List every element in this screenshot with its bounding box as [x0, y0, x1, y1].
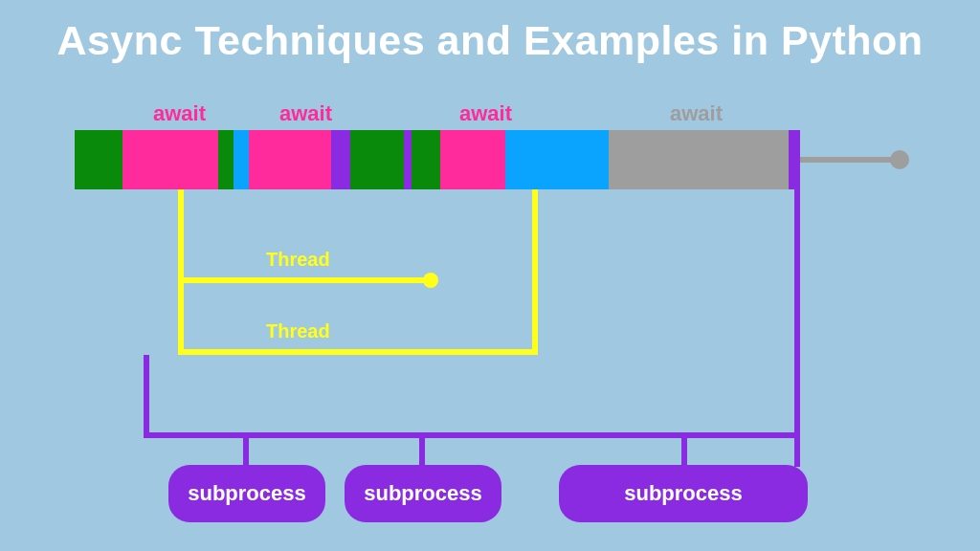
seg-purple	[331, 130, 350, 189]
thread-line	[178, 349, 538, 355]
purple-trunk-vertical	[144, 355, 149, 438]
await-label: await	[459, 101, 512, 126]
seg-purple	[789, 130, 800, 189]
await-label: await	[279, 101, 332, 126]
purple-right-vertical	[794, 189, 800, 467]
seg-blue	[505, 130, 609, 189]
seg-blue	[234, 130, 249, 189]
purple-branch-vertical	[681, 432, 687, 467]
seg-green	[218, 130, 234, 189]
seg-green	[350, 130, 404, 189]
purple-branch-vertical	[243, 432, 249, 467]
tail-dot-icon	[890, 150, 909, 169]
seg-pink	[440, 130, 505, 189]
await-label: await	[153, 101, 206, 126]
thread-vertical	[532, 189, 538, 354]
diagram-stage: await await await await Thread Thread su…	[0, 0, 980, 551]
thread-label: Thread	[266, 249, 330, 271]
subprocess-box: subprocess	[559, 465, 808, 522]
thread-vertical	[178, 189, 184, 354]
thread-dot-icon	[423, 273, 438, 288]
subprocess-box: subprocess	[345, 465, 501, 522]
thread-line	[178, 277, 429, 283]
tail-line	[800, 157, 900, 163]
purple-trunk-horizontal	[144, 432, 800, 438]
thread-label: Thread	[266, 320, 330, 342]
seg-pink	[249, 130, 331, 189]
purple-branch-vertical	[419, 432, 425, 467]
seg-purple	[404, 130, 412, 189]
seg-green	[75, 130, 122, 189]
await-label-inactive: await	[670, 101, 723, 126]
seg-pink	[122, 130, 218, 189]
seg-gray	[609, 130, 789, 189]
seg-green	[412, 130, 440, 189]
subprocess-box: subprocess	[168, 465, 325, 522]
